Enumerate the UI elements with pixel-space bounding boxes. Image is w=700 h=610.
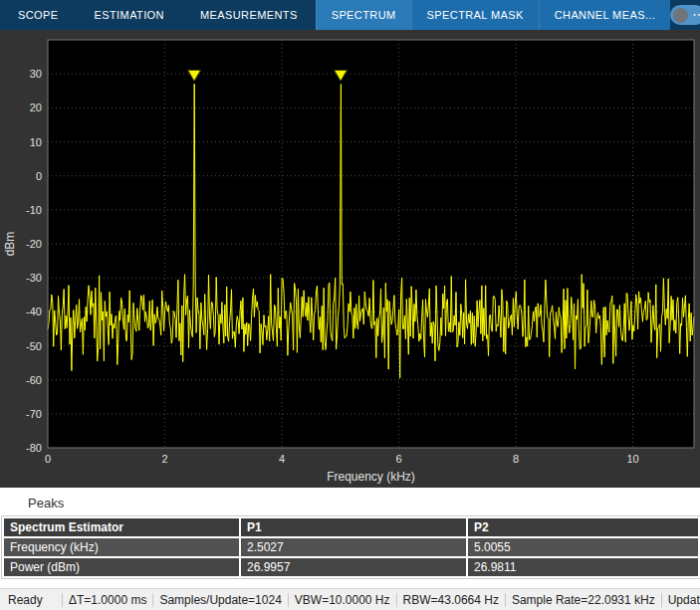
status-samples-per-update: Samples/Update=1024 bbox=[152, 593, 287, 607]
tab-scope[interactable]: SCOPE bbox=[0, 0, 77, 30]
row-label-frequency: Frequency (kHz) bbox=[3, 537, 240, 557]
svg-text:Frequency (kHz): Frequency (kHz) bbox=[327, 470, 415, 484]
status-sample-rate: Sample Rate=22.0931 kHz bbox=[505, 593, 661, 607]
status-rbw: RBW=43.0664 Hz bbox=[396, 593, 505, 607]
tab-channel-measurements[interactable]: CHANNEL MEAS... bbox=[539, 0, 671, 30]
svg-text:10: 10 bbox=[626, 453, 638, 465]
status-update: Update bbox=[661, 593, 700, 607]
collapse-toolstrip-icon bbox=[673, 8, 688, 23]
header-p2: P2 bbox=[467, 517, 699, 537]
spectrum-analyzer-window: SCOPE ESTIMATION MEASUREMENTS SPECTRUM S… bbox=[0, 0, 700, 610]
table-row-frequency: Frequency (kHz) 2.5027 5.0055 bbox=[3, 537, 699, 557]
svg-text:8: 8 bbox=[513, 453, 519, 465]
power-p1-value: 26.9957 bbox=[240, 557, 467, 577]
svg-text:-10: -10 bbox=[26, 204, 42, 216]
svg-text:10: 10 bbox=[30, 136, 42, 148]
svg-text:-80: -80 bbox=[26, 442, 42, 454]
contextual-tab-group: SPECTRUM SPECTRAL MASK CHANNEL MEAS... bbox=[316, 0, 671, 30]
svg-text:-40: -40 bbox=[26, 305, 42, 317]
spectrum-plot[interactable]: 02468103020100-10-20-30-40-50-60-70-80Fr… bbox=[0, 30, 700, 488]
toolstrip: SCOPE ESTIMATION MEASUREMENTS SPECTRUM S… bbox=[0, 0, 700, 30]
header-p1: P1 bbox=[240, 517, 467, 537]
peaks-panel-title: Peaks bbox=[0, 488, 700, 516]
tab-measurements[interactable]: MEASUREMENTS bbox=[182, 0, 316, 30]
svg-text:-60: -60 bbox=[26, 374, 42, 386]
svg-text:2: 2 bbox=[161, 453, 167, 465]
svg-text:6: 6 bbox=[395, 453, 401, 465]
svg-text:20: 20 bbox=[30, 102, 42, 113]
peaks-panel: Peaks Spectrum Estimator P1 P2 Frequency… bbox=[0, 488, 700, 588]
toolstrip-overflow-button[interactable]: ⋯ bbox=[670, 5, 700, 25]
svg-text:-70: -70 bbox=[26, 408, 42, 420]
svg-text:0: 0 bbox=[45, 453, 51, 465]
frequency-p2-value: 5.0055 bbox=[467, 537, 699, 557]
row-label-power: Power (dBm) bbox=[3, 557, 240, 577]
status-delta-t: ΔT=1.0000 ms bbox=[62, 593, 152, 607]
tab-spectral-mask[interactable]: SPECTRAL MASK bbox=[411, 0, 539, 30]
peaks-table-header-row: Spectrum Estimator P1 P2 bbox=[3, 517, 699, 537]
power-p2-value: 26.9811 bbox=[467, 557, 699, 577]
spectrum-display: 02468103020100-10-20-30-40-50-60-70-80Fr… bbox=[0, 30, 700, 488]
svg-text:-50: -50 bbox=[26, 340, 42, 352]
svg-text:0: 0 bbox=[36, 170, 42, 182]
status-vbw: VBW=10.0000 Hz bbox=[288, 593, 396, 607]
peaks-table: Spectrum Estimator P1 P2 Frequency (kHz)… bbox=[2, 516, 700, 578]
status-ready: Ready bbox=[0, 593, 62, 607]
svg-text:dBm: dBm bbox=[3, 232, 17, 257]
frequency-p1-value: 2.5027 bbox=[240, 537, 467, 557]
ellipsis-icon: ⋯ bbox=[692, 6, 700, 24]
svg-text:-20: -20 bbox=[26, 238, 42, 250]
tab-estimation[interactable]: ESTIMATION bbox=[77, 0, 182, 30]
svg-text:-30: -30 bbox=[26, 272, 42, 284]
table-row-power: Power (dBm) 26.9957 26.9811 bbox=[3, 557, 699, 577]
status-bar: Ready ΔT=1.0000 ms Samples/Update=1024 V… bbox=[0, 588, 700, 610]
svg-text:4: 4 bbox=[279, 453, 285, 465]
svg-text:30: 30 bbox=[30, 68, 42, 80]
header-spectrum-estimator: Spectrum Estimator bbox=[3, 517, 240, 537]
tab-spectrum[interactable]: SPECTRUM bbox=[316, 0, 411, 30]
